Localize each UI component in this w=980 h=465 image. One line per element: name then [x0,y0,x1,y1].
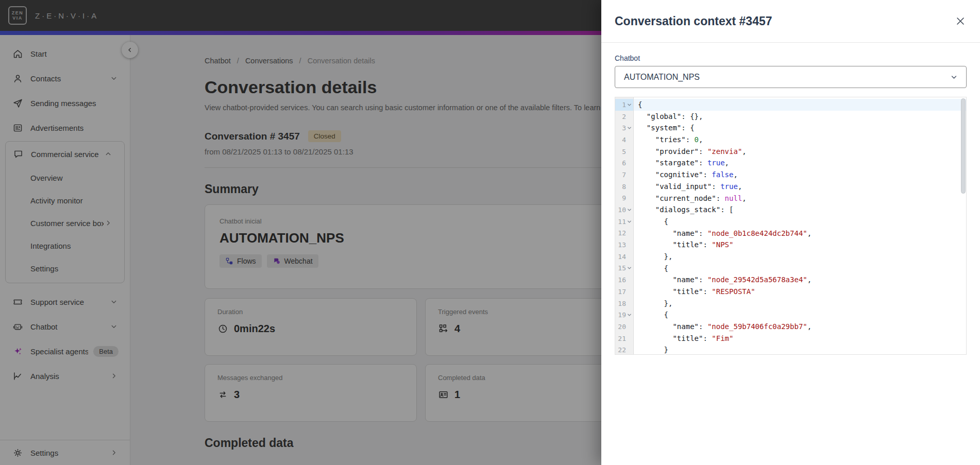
line-number: 6 [622,159,626,167]
line-number: 14 [618,253,626,261]
token-p [638,182,655,191]
token-p: }, [638,252,672,261]
gutter-line-21: 21 [615,333,633,345]
fold-spacer [627,254,632,260]
chatbot-select-value: AUTOMATION_NPS [624,73,700,82]
token-p [638,205,655,214]
line-number: 12 [618,229,626,237]
gutter-line-20: 20 [615,321,633,333]
line-number: 9 [622,194,626,202]
gutter-line-3: 3 [615,122,633,134]
fold-toggle-icon[interactable] [627,125,632,131]
fold-spacer [627,347,632,353]
token-p [638,229,672,237]
fold-toggle-icon[interactable] [627,265,632,271]
token-k: "global" [647,112,681,120]
gutter-line-17: 17 [615,286,633,298]
chatbot-select[interactable]: AUTOMATION_NPS [615,66,967,88]
token-p [638,112,647,120]
code-line-19: { [634,309,966,321]
chevron-down-icon [949,72,959,82]
token-k: "name" [672,229,699,237]
token-s: "node_59b7406fc0a29bb7" [707,322,807,331]
fold-toggle-icon[interactable] [627,207,632,213]
token-p: : [699,147,707,156]
token-p: : [ [720,205,733,214]
code-line-2: "global": {}, [634,111,966,123]
fold-spacer [627,301,632,306]
gutter-line-19: 19 [615,309,633,321]
token-p [638,159,655,167]
token-k: "provider" [655,147,699,156]
fold-spacer [627,184,632,190]
gutter-line-9: 9 [615,193,633,204]
token-p: }, [638,299,672,307]
token-k: "valid_input" [655,182,712,191]
gutter-line-22: 22 [615,344,633,355]
gutter-line-4: 4 [615,134,633,146]
editor-scrollbar-thumb[interactable] [961,98,966,194]
token-p: : { [681,124,694,132]
token-p: { [638,100,642,109]
token-p: : [699,159,707,167]
fold-toggle-icon[interactable] [627,312,632,318]
gutter-line-6: 6 [615,157,633,169]
gutter-line-5: 5 [615,146,633,158]
line-number: 18 [618,300,626,307]
token-b: true [707,159,725,167]
close-icon[interactable] [954,15,967,27]
token-s: "node_29542d5a5678a3e4" [707,275,807,284]
drawer-title: Conversation context #3457 [615,14,772,28]
code-line-4: "tries": 0, [634,134,966,146]
gutter-line-2: 2 [615,111,633,123]
code-line-9: "current_node": null, [634,193,966,204]
code-line-11: { [634,216,966,228]
line-number: 16 [618,276,626,284]
token-k: "stargate" [655,159,699,167]
code-line-3: "system": { [634,122,966,134]
code-line-21: "title": "Fim" [634,333,966,345]
token-k: "title" [672,240,703,249]
token-p: } [638,346,668,354]
gutter-line-13: 13 [615,239,633,251]
token-s: "NPS" [712,240,733,249]
token-b: true [720,182,738,191]
line-number: 5 [622,148,626,156]
code-line-8: "valid_input": true, [634,181,966,193]
code-line-1: { [634,99,966,111]
token-p: : [716,194,725,202]
line-number: 20 [618,323,626,331]
fold-spacer [627,289,632,295]
fold-toggle-icon[interactable] [627,219,632,225]
token-p: { [638,264,668,272]
fold-spacer [627,160,632,166]
token-p [638,194,655,202]
modal-overlay[interactable] [0,0,601,465]
token-k: "cognitive" [655,170,703,179]
fold-spacer [627,230,632,236]
code-line-12: "name": "node_0b1c8e424dc2b744", [634,228,966,239]
token-p: , [807,275,812,284]
gutter-line-11: 11 [615,216,633,228]
code-line-15: { [634,263,966,274]
token-p: : [703,170,712,179]
gutter-line-1: 1 [615,99,633,111]
token-s: "RESPOSTA" [712,287,755,296]
line-number: 11 [618,218,626,226]
gutter-line-14: 14 [615,251,633,263]
token-p [638,322,672,331]
token-k: "dialogs_stack" [655,205,720,214]
json-code-editor[interactable]: 12345678910111213141516171819202122 { "g… [615,97,967,355]
conversation-context-drawer: Conversation context #3457 Chatbot AUTOM… [601,0,980,465]
fold-toggle-icon[interactable] [627,102,632,108]
editor-code-area: { "global": {}, "system": { "tries": 0, … [634,97,966,354]
gutter-line-18: 18 [615,298,633,309]
token-k: "name" [672,275,699,284]
gutter-line-12: 12 [615,228,633,239]
token-p [638,147,655,156]
fold-spacer [627,336,632,341]
token-k: "title" [672,287,703,296]
gutter-line-10: 10 [615,204,633,216]
token-p [638,135,655,144]
token-p: : [703,334,712,342]
